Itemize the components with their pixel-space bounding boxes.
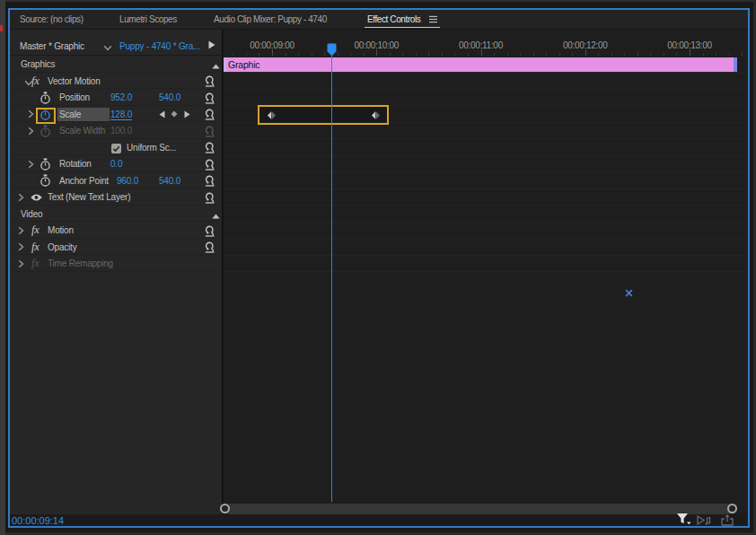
row-motion[interactable]: fxMotion <box>10 222 222 239</box>
row-vector-motion[interactable]: fxVector Motion <box>10 73 222 90</box>
prop-value[interactable]: 0.0 <box>110 159 122 170</box>
prop-label: Rotation <box>59 159 92 170</box>
ruler-tick <box>481 49 482 56</box>
timeline-row-separator <box>224 205 748 206</box>
prop-value[interactable]: 960.0 <box>117 176 138 187</box>
checkbox[interactable] <box>111 144 121 155</box>
prop-value[interactable]: 540.0 <box>159 176 180 187</box>
stopwatch-icon[interactable] <box>40 174 51 189</box>
ruler-tick <box>703 53 704 57</box>
ruler-tick <box>298 53 299 57</box>
reset-icon[interactable] <box>204 158 215 172</box>
stopwatch-icon[interactable] <box>40 92 51 107</box>
prop-value[interactable]: 128.0 <box>110 110 132 120</box>
timeline-row-separator <box>224 155 748 156</box>
tab-lumetri-scopes[interactable]: Lumetri Scopes <box>119 13 177 25</box>
ruler-tick <box>598 53 599 57</box>
row-opacity[interactable]: fxOpacity <box>10 239 222 256</box>
prop-value[interactable]: 952.0 <box>110 92 132 103</box>
stopwatch-icon[interactable] <box>40 158 51 173</box>
ruler-tick <box>520 53 521 57</box>
reset-icon[interactable] <box>204 75 215 89</box>
desktop-top-strip <box>0 0 756 2</box>
add-keyframe-icon[interactable] <box>170 110 179 120</box>
prop-label: Anchor Point <box>59 176 109 187</box>
expander-icon[interactable] <box>18 242 24 253</box>
expander-icon[interactable] <box>28 110 34 120</box>
ruler-tick <box>259 53 259 57</box>
timeline-scrollbar[interactable] <box>224 504 733 514</box>
play-icon[interactable] <box>208 40 215 51</box>
row-uniform-sc[interactable]: Uniform Sc... <box>10 139 222 156</box>
reset-icon[interactable] <box>204 92 215 106</box>
lift-export-icon[interactable] <box>721 514 734 528</box>
collapse-icon[interactable] <box>212 211 220 221</box>
prop-label: Scale <box>59 110 81 120</box>
expander-icon[interactable] <box>18 259 24 270</box>
timeline-row-separator <box>224 171 748 172</box>
collapse-icon[interactable] <box>212 61 220 71</box>
keyframe-icon[interactable] <box>371 110 381 122</box>
ruler-tick <box>338 53 338 57</box>
clip-bar-right-tab <box>734 57 738 72</box>
row-video[interactable]: Video <box>10 206 222 223</box>
ruler-tick <box>507 53 508 57</box>
filter-funnel-icon[interactable] <box>676 513 691 527</box>
reset-icon[interactable] <box>204 241 215 255</box>
prop-value[interactable]: 540.0 <box>159 92 180 103</box>
keyframe-icon[interactable] <box>267 110 277 122</box>
scrollbar-right-knob[interactable] <box>727 504 737 513</box>
ruler-tick <box>637 51 638 56</box>
ruler-tick <box>246 53 247 57</box>
ruler-tick <box>676 53 677 57</box>
expander-icon[interactable] <box>18 193 24 204</box>
clip-bar-left-tab <box>224 57 227 72</box>
keyframe-selection-box <box>258 105 389 125</box>
reset-icon[interactable] <box>204 108 215 122</box>
timeline-row-separator <box>224 238 748 239</box>
timeline-row-separator <box>224 89 748 90</box>
row-graphics[interactable]: Graphics <box>10 56 222 73</box>
next-keyframe-icon[interactable] <box>184 110 190 120</box>
chevron-down-icon[interactable] <box>103 43 112 53</box>
row-text-new-text-layer[interactable]: Text (New Text Layer) <box>10 189 222 206</box>
tab-source-no-clips[interactable]: Source: (no clips) <box>20 13 84 25</box>
prop-label: Uniform Sc... <box>127 143 176 153</box>
reset-icon[interactable] <box>204 125 215 139</box>
row-time-remapping[interactable]: fxTime Remapping <box>10 255 222 272</box>
reset-icon[interactable] <box>204 191 215 206</box>
tab-audio-clip-mixer-puppy[interactable]: Audio Clip Mixer: Puppy - 4740 <box>214 13 327 25</box>
play-audio-icon[interactable] <box>697 515 712 527</box>
paste-position-marker <box>625 289 633 299</box>
expander-icon[interactable] <box>28 127 34 137</box>
prop-value[interactable]: 100.0 <box>110 126 132 136</box>
clip-bar[interactable]: Graphic <box>224 57 737 72</box>
ruler-tick <box>402 53 403 57</box>
ruler-tick <box>729 53 730 57</box>
playhead-head[interactable] <box>327 43 337 58</box>
expander-icon[interactable] <box>28 160 34 171</box>
panel-menu-icon[interactable] <box>429 15 437 25</box>
ruler-tick <box>312 53 312 57</box>
stopwatch-highlight-box <box>36 108 56 124</box>
row-scale-width[interactable]: Scale Width100.0 <box>10 122 222 139</box>
clip-name-link[interactable]: Puppy - 4740 * Gra... <box>119 40 200 52</box>
desktop-left-strip <box>0 0 5 535</box>
ruler-tick <box>454 53 455 57</box>
eye-icon[interactable] <box>30 193 43 204</box>
scrollbar-left-knob[interactable] <box>220 504 230 513</box>
row-anchor-point[interactable]: Anchor Point960.0540.0 <box>10 172 222 189</box>
stopwatch-icon[interactable] <box>40 125 51 140</box>
expander-icon[interactable] <box>18 226 24 237</box>
reset-icon[interactable] <box>204 224 215 239</box>
ruler-tick <box>286 53 286 57</box>
ruler-tick <box>650 53 651 57</box>
reset-icon[interactable] <box>204 174 215 189</box>
row-rotation[interactable]: Rotation0.0 <box>10 155 222 172</box>
tab-effect-controls[interactable]: Effect Controls <box>367 13 420 25</box>
timeline-row-separator <box>224 222 748 223</box>
reset-icon[interactable] <box>204 141 215 155</box>
row-scale[interactable]: Scale128.0 <box>10 106 222 123</box>
row-position[interactable]: Position952.0540.0 <box>10 89 222 106</box>
prev-keyframe-icon[interactable] <box>159 110 165 120</box>
